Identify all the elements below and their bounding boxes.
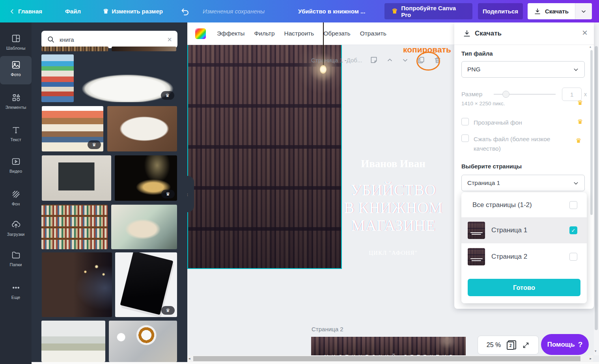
photo-thumbnail-colorful-stack[interactable] xyxy=(41,54,74,102)
download-panel-header: Скачать × xyxy=(454,22,594,45)
left-rail: Шаблоны Фото Элементы Текст Видео Фон За… xyxy=(0,22,32,364)
photo-thumbnail-desk-books[interactable] xyxy=(41,321,105,362)
download-icon xyxy=(534,8,541,15)
file-type-select[interactable]: PNG xyxy=(461,61,585,78)
sidebar-item-more[interactable]: Еще xyxy=(0,279,32,300)
photo-thumbnail-bookshelf[interactable] xyxy=(41,205,108,249)
home-button[interactable]: Главная xyxy=(9,8,42,15)
zoom-level[interactable]: 25 % xyxy=(487,342,501,349)
crown-icon: ♛ xyxy=(392,8,397,15)
photo-thumbnail-dark-strip[interactable] xyxy=(112,47,176,51)
page2-checkbox[interactable] xyxy=(569,253,577,261)
scroll-down-arrow-icon[interactable]: ▾ xyxy=(595,349,597,353)
clear-search-icon[interactable]: × xyxy=(167,35,172,43)
color-swatch-button[interactable] xyxy=(195,28,206,39)
page2-title[interactable]: Страница 2 xyxy=(312,326,343,332)
photo-thumbnail-open-book-fan[interactable]: ♛ xyxy=(78,54,177,102)
page1-option-label: Страница 1 xyxy=(491,226,527,234)
sidebar-item-templates[interactable]: Шаблоны xyxy=(0,30,32,50)
share-button[interactable]: Поделиться xyxy=(478,3,523,19)
cover-series-text[interactable]: ЦИКЛ "АФОНЯ" xyxy=(187,250,342,256)
check-icon: ✓ xyxy=(571,228,576,233)
pages-select[interactable]: Страница 1 xyxy=(461,175,585,191)
resize-label: Изменить размер xyxy=(112,8,163,15)
size-value-input[interactable]: 1 xyxy=(562,88,582,101)
page1-title-placeholder[interactable]: Доб... xyxy=(347,57,362,63)
document-title[interactable]: Убийство в книжном ... xyxy=(298,8,365,15)
folders-icon xyxy=(11,250,21,260)
toolbar-flip[interactable]: Отразить xyxy=(360,30,386,37)
toolbar-filter[interactable]: Фильтр xyxy=(254,30,274,37)
file-menu-button[interactable]: Файл xyxy=(65,8,81,15)
photo-thumbnail-reading-in-bed[interactable] xyxy=(111,205,177,249)
compress-row: Сжать файл (более низкое качество) xyxy=(461,134,572,153)
notes-icon[interactable] xyxy=(370,56,378,64)
sidebar-item-uploads[interactable]: Загрузки xyxy=(0,216,32,237)
lamp-cord xyxy=(323,22,324,67)
done-button[interactable]: Готово xyxy=(468,279,580,296)
cover-genre-text[interactable]: МИСТИЧЕСКИЙ ДЕТЕКТИВ xyxy=(187,38,342,44)
toolbar-effects[interactable]: Эффекты xyxy=(217,30,244,37)
all-pages-checkbox[interactable] xyxy=(569,201,577,209)
lamp-bulb xyxy=(320,65,327,74)
sidebar-item-label: Видео xyxy=(9,169,22,174)
select-pages-label: Выберите страницы xyxy=(461,163,522,170)
search-input[interactable] xyxy=(59,36,163,43)
home-label: Главная xyxy=(18,8,42,15)
photo-thumbnail-library-lights[interactable] xyxy=(42,252,112,317)
move-page-up-icon[interactable] xyxy=(386,57,393,63)
size-slider[interactable] xyxy=(494,94,556,95)
file-type-value: PNG xyxy=(467,66,481,73)
photo-thumbnail-person-behind-book[interactable] xyxy=(42,155,111,201)
download-button[interactable]: Скачать xyxy=(528,3,592,19)
download-options-button[interactable] xyxy=(575,3,592,19)
photo-thumbnail-warm-stack[interactable]: ♛ xyxy=(42,106,103,151)
sidebar-item-photos[interactable]: Фото xyxy=(0,56,32,84)
vertical-scrollbar-thumb[interactable] xyxy=(595,46,598,330)
vertical-scrollbar[interactable]: ▾ xyxy=(594,22,599,355)
sidebar-item-video[interactable]: Видео xyxy=(0,153,32,174)
horizontal-scrollbar-thumb[interactable] xyxy=(193,356,580,361)
scroll-up-arrow-icon[interactable]: ▴ xyxy=(590,45,591,49)
transparent-bg-row: Прозрачный фон xyxy=(461,118,580,127)
page-count-button[interactable]: 2 xyxy=(507,340,516,350)
pro-badge-icon: ♛ xyxy=(161,190,175,198)
sidebar-item-text[interactable]: Текст xyxy=(0,121,32,142)
photo-thumbnail-bookshelf-strip[interactable] xyxy=(41,47,108,51)
scroll-right-arrow-icon[interactable]: ▸ xyxy=(590,357,592,360)
close-panel-button[interactable]: × xyxy=(582,28,588,37)
transparent-bg-checkbox[interactable] xyxy=(461,118,469,125)
pro-badge-icon: ♛ xyxy=(161,306,175,315)
help-button[interactable]: Помощь ? xyxy=(541,334,589,355)
toolbar-crop[interactable]: Обрезать xyxy=(323,30,350,37)
photo-thumbnail-magic-book[interactable]: ♛ xyxy=(115,155,177,201)
size-slider-knob[interactable] xyxy=(502,91,509,98)
canva-editor: Главная Файл ♛ Изменить размер Изменения… xyxy=(0,0,599,364)
page2-option[interactable]: Страница 2 xyxy=(461,243,587,270)
photo-thumbnail-tea-flatlay[interactable] xyxy=(109,321,177,362)
page1-title[interactable]: Страница 1 - xyxy=(311,57,347,63)
undo-button[interactable] xyxy=(181,7,190,16)
sidebar-item-folders[interactable]: Папки xyxy=(0,246,32,267)
sidebar-item-background[interactable]: Фон xyxy=(0,185,32,206)
compress-checkbox[interactable] xyxy=(461,134,469,142)
toolbar-adjust[interactable]: Настроить xyxy=(284,30,314,37)
photo-thumbnail-black-book[interactable]: ♛ xyxy=(115,252,177,317)
page1-checkbox[interactable]: ✓ xyxy=(569,226,577,234)
horizontal-scrollbar[interactable]: ◂ ▸ xyxy=(187,355,593,362)
cover-author-text[interactable]: Иванов Иван xyxy=(187,158,342,170)
sidebar-item-elements[interactable]: Элементы xyxy=(0,89,32,110)
all-pages-option[interactable]: Все страницы (1-2) xyxy=(461,192,587,217)
panel-scrollbar-thumb[interactable] xyxy=(590,50,593,215)
fullscreen-icon[interactable] xyxy=(522,342,530,349)
size-label: Размер xyxy=(461,91,490,98)
move-page-down-icon[interactable] xyxy=(402,57,409,63)
file-label: Файл xyxy=(65,8,81,15)
try-pro-button[interactable]: ♛ Попробуйте Canva Pro xyxy=(384,3,472,19)
cover-title-text[interactable]: УБИЙСТВО В КНИЖНОМ МАГАЗИНЕ xyxy=(187,181,342,235)
resize-button[interactable]: ♛ Изменить размер xyxy=(103,8,163,15)
page1-option[interactable]: Страница 1 ✓ xyxy=(461,217,587,243)
photo-thumbnail-notebook[interactable] xyxy=(107,106,177,151)
panel-scrollbar[interactable]: ▴ xyxy=(590,48,593,217)
scroll-left-arrow-icon[interactable]: ◂ xyxy=(188,357,190,360)
